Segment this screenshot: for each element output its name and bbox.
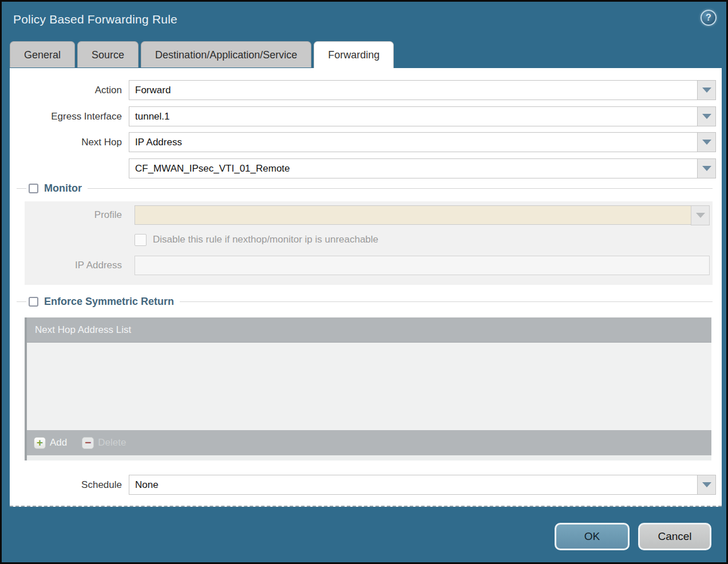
schedule-dropdown-button[interactable] bbox=[697, 475, 716, 495]
next-hop-type-dropdown[interactable]: IP Address bbox=[129, 132, 716, 152]
add-button[interactable]: Add bbox=[34, 437, 67, 449]
next-hop-address-table: Next Hop Address List Add Delete bbox=[25, 317, 711, 460]
egress-interface-dropdown-button[interactable] bbox=[697, 106, 716, 126]
monitor-checkbox[interactable] bbox=[29, 184, 38, 193]
help-icon[interactable]: ? bbox=[701, 10, 717, 26]
profile-dropdown bbox=[134, 205, 710, 225]
symmetric-return-legend-label: Enforce Symmetric Return bbox=[44, 296, 174, 308]
monitor-ip-address-value bbox=[134, 256, 710, 275]
disable-rule-row: Disable this rule if nexthop/monitor ip … bbox=[134, 231, 378, 248]
add-button-label: Add bbox=[50, 437, 67, 448]
symmetric-return-legend: Enforce Symmetric Return bbox=[26, 295, 180, 308]
next-hop-row: Next Hop IP Address bbox=[10, 132, 722, 152]
profile-label: Profile bbox=[25, 205, 122, 225]
add-icon bbox=[34, 437, 46, 449]
delete-icon bbox=[82, 437, 94, 449]
chevron-down-icon bbox=[702, 114, 711, 119]
delete-button-label: Delete bbox=[98, 437, 126, 448]
tab-bar: General Source Destination/Application/S… bbox=[10, 41, 394, 68]
table-header-row: Next Hop Address List bbox=[27, 317, 711, 343]
next-hop-label: Next Hop bbox=[10, 132, 122, 152]
profile-dropdown-button bbox=[691, 205, 710, 225]
table-bottom-strip bbox=[27, 455, 711, 460]
monitor-ip-address-row: IP Address bbox=[25, 256, 713, 275]
next-hop-type-value[interactable]: IP Address bbox=[129, 132, 698, 152]
action-dropdown[interactable]: Forward bbox=[129, 80, 716, 100]
next-hop-address-row: CF_MWAN_IPsec_VTI_01_Remote bbox=[10, 158, 722, 178]
disable-rule-checkbox bbox=[134, 234, 147, 246]
chevron-down-icon bbox=[702, 166, 711, 171]
disable-rule-label: Disable this rule if nexthop/monitor ip … bbox=[153, 234, 378, 245]
monitor-legend: Monitor bbox=[26, 182, 88, 195]
tab-forwarding[interactable]: Forwarding bbox=[314, 41, 394, 68]
chevron-down-icon bbox=[702, 482, 711, 487]
monitor-fieldset-line bbox=[17, 188, 713, 189]
schedule-dropdown[interactable]: None bbox=[129, 475, 716, 495]
forwarding-tab-panel: Action Forward Egress Interface tunnel.1… bbox=[10, 68, 722, 507]
monitor-legend-label: Monitor bbox=[44, 182, 82, 194]
action-label: Action bbox=[10, 80, 122, 100]
delete-button: Delete bbox=[82, 437, 126, 449]
action-dropdown-button[interactable] bbox=[697, 80, 716, 100]
cancel-button[interactable]: Cancel bbox=[638, 523, 711, 550]
schedule-value[interactable]: None bbox=[129, 475, 698, 495]
monitor-panel: Profile Disable this rule if nexthop/mon… bbox=[25, 201, 713, 285]
chevron-down-icon bbox=[702, 140, 711, 145]
egress-interface-row: Egress Interface tunnel.1 bbox=[10, 106, 722, 126]
enforce-symmetric-return-checkbox[interactable] bbox=[29, 297, 38, 307]
column-next-hop-address-list: Next Hop Address List bbox=[35, 324, 131, 336]
action-row: Action Forward bbox=[10, 80, 722, 100]
profile-value bbox=[134, 205, 691, 225]
chevron-down-icon bbox=[702, 88, 711, 93]
egress-interface-label: Egress Interface bbox=[10, 106, 122, 126]
next-hop-address-value[interactable]: CF_MWAN_IPsec_VTI_01_Remote bbox=[129, 158, 698, 178]
table-toolbar: Add Delete bbox=[27, 430, 711, 455]
schedule-label: Schedule bbox=[10, 475, 122, 495]
monitor-ip-address-label: IP Address bbox=[25, 256, 122, 275]
dialog-title: Policy Based Forwarding Rule bbox=[13, 13, 177, 26]
monitor-ip-address-fieldwrap bbox=[134, 256, 710, 275]
schedule-row: Schedule None bbox=[10, 475, 722, 495]
egress-interface-value[interactable]: tunnel.1 bbox=[129, 106, 698, 126]
tab-source[interactable]: Source bbox=[77, 41, 139, 67]
tab-general[interactable]: General bbox=[10, 41, 75, 67]
action-value[interactable]: Forward bbox=[129, 80, 698, 100]
next-hop-address-dropdown[interactable]: CF_MWAN_IPsec_VTI_01_Remote bbox=[129, 158, 716, 178]
next-hop-dropdown-button[interactable] bbox=[697, 132, 716, 152]
egress-interface-dropdown[interactable]: tunnel.1 bbox=[129, 106, 716, 126]
policy-based-forwarding-dialog: Policy Based Forwarding Rule ? General S… bbox=[0, 0, 728, 564]
next-hop-address-dropdown-button[interactable] bbox=[697, 158, 716, 178]
tab-destination-application-service[interactable]: Destination/Application/Service bbox=[141, 41, 311, 67]
chevron-down-icon bbox=[696, 213, 705, 218]
profile-row: Profile bbox=[25, 205, 713, 225]
table-body[interactable] bbox=[27, 343, 711, 430]
ok-button[interactable]: OK bbox=[555, 523, 630, 550]
